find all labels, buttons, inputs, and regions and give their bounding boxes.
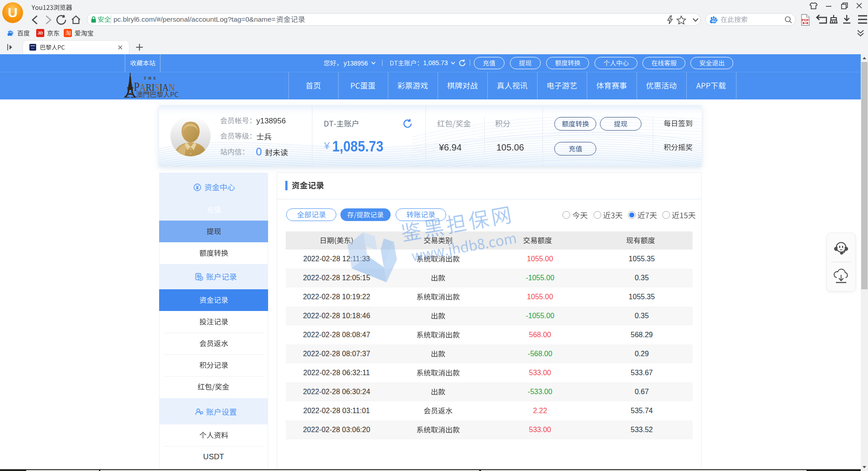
svg-text:du: du (712, 19, 716, 23)
svg-text:PDF: PDF (802, 18, 809, 22)
svg-text:U: U (8, 5, 18, 20)
